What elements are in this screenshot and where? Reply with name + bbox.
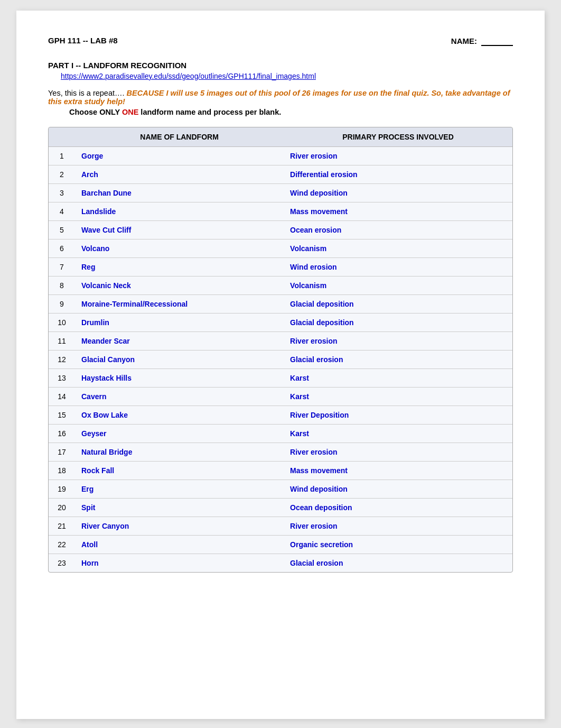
row-num: 4 xyxy=(49,202,75,221)
row-landform: Arch xyxy=(75,165,284,184)
row-num: 14 xyxy=(49,388,75,406)
row-landform: Rock Fall xyxy=(75,462,284,480)
choose-instruction: Choose ONLY ONE landform name and proces… xyxy=(48,108,513,116)
col-num-header xyxy=(49,127,75,147)
table-row: 19ErgWind deposition xyxy=(49,480,512,499)
row-process: Karst xyxy=(284,388,512,406)
table-row: 12Glacial CanyonGlacial erosion xyxy=(49,351,512,369)
row-landform: Wave Cut Cliff xyxy=(75,221,284,239)
row-num: 6 xyxy=(49,239,75,258)
row-num: 17 xyxy=(49,443,75,462)
row-landform: Natural Bridge xyxy=(75,443,284,462)
row-process: Wind erosion xyxy=(284,258,512,277)
row-process: River erosion xyxy=(284,147,512,165)
table-row: 18Rock FallMass movement xyxy=(49,462,512,480)
row-landform: Atoll xyxy=(75,536,284,554)
table-row: 23HornGlacial erosion xyxy=(49,554,512,573)
table-row: 8Volcanic NeckVolcanism xyxy=(49,277,512,295)
row-num: 3 xyxy=(49,184,75,202)
row-num: 1 xyxy=(49,147,75,165)
row-process: Wind deposition xyxy=(284,184,512,202)
name-field-label: NAME: xyxy=(451,36,513,46)
row-process: Ocean erosion xyxy=(284,221,512,239)
name-line xyxy=(481,36,513,46)
row-landform: Ox Bow Lake xyxy=(75,406,284,425)
page: GPH 111 -- LAB #8 NAME: PART I -- LANDFO… xyxy=(16,11,545,719)
row-landform: Volcanic Neck xyxy=(75,277,284,295)
table-row: 20SpitOcean deposition xyxy=(49,499,512,517)
choose-one: ONE xyxy=(122,108,138,116)
row-process: Karst xyxy=(284,369,512,388)
row-process: Wind deposition xyxy=(284,480,512,499)
table-row: 10DrumlinGlacial deposition xyxy=(49,314,512,332)
row-landform: Reg xyxy=(75,258,284,277)
row-num: 18 xyxy=(49,462,75,480)
table-row: 13Haystack HillsKarst xyxy=(49,369,512,388)
row-num: 19 xyxy=(49,480,75,499)
table-row: 3Barchan DuneWind deposition xyxy=(49,184,512,202)
row-process: Volcanism xyxy=(284,239,512,258)
row-landform: Volcano xyxy=(75,239,284,258)
row-num: 20 xyxy=(49,499,75,517)
row-landform: Gorge xyxy=(75,147,284,165)
row-process: River erosion xyxy=(284,443,512,462)
table-row: 17Natural BridgeRiver erosion xyxy=(49,443,512,462)
row-process: Differential erosion xyxy=(284,165,512,184)
choose-before: Choose ONLY xyxy=(69,108,122,116)
row-landform: Drumlin xyxy=(75,314,284,332)
table-row: 9Moraine-Terminal/RecessionalGlacial dep… xyxy=(49,295,512,314)
row-num: 21 xyxy=(49,517,75,536)
table-header-row: NAME OF LANDFORM PRIMARY PROCESS INVOLVE… xyxy=(49,127,512,147)
part-title: PART I -- LANDFORM RECOGNITION xyxy=(48,61,513,70)
row-process: Glacial deposition xyxy=(284,314,512,332)
row-num: 13 xyxy=(49,369,75,388)
row-landform: Cavern xyxy=(75,388,284,406)
table-row: 21River CanyonRiver erosion xyxy=(49,517,512,536)
row-landform: Landslide xyxy=(75,202,284,221)
row-process: River erosion xyxy=(284,517,512,536)
row-landform: Horn xyxy=(75,554,284,573)
row-num: 10 xyxy=(49,314,75,332)
row-num: 22 xyxy=(49,536,75,554)
table-body: 1GorgeRiver erosion2ArchDifferential ero… xyxy=(49,147,512,573)
row-process: Mass movement xyxy=(284,462,512,480)
repeat-intro: Yes, this is a repeat…. xyxy=(48,89,125,97)
row-num: 5 xyxy=(49,221,75,239)
row-process: Volcanism xyxy=(284,277,512,295)
row-process: River Deposition xyxy=(284,406,512,425)
row-process: Glacial erosion xyxy=(284,351,512,369)
row-landform: Erg xyxy=(75,480,284,499)
row-process: Glacial deposition xyxy=(284,295,512,314)
table-row: 6VolcanoVolcanism xyxy=(49,239,512,258)
table-row: 22AtollOrganic secretion xyxy=(49,536,512,554)
row-landform: River Canyon xyxy=(75,517,284,536)
row-landform: Glacial Canyon xyxy=(75,351,284,369)
landform-table-container: NAME OF LANDFORM PRIMARY PROCESS INVOLVE… xyxy=(48,127,513,573)
table-row: 2ArchDifferential erosion xyxy=(49,165,512,184)
row-process: Organic secretion xyxy=(284,536,512,554)
row-num: 9 xyxy=(49,295,75,314)
lab-title: GPH 111 -- LAB #8 xyxy=(48,36,118,45)
header-row: GPH 111 -- LAB #8 NAME: xyxy=(48,36,513,46)
table-row: 5Wave Cut CliffOcean erosion xyxy=(49,221,512,239)
table-row: 14CavernKarst xyxy=(49,388,512,406)
row-landform: Moraine-Terminal/Recessional xyxy=(75,295,284,314)
table-row: 16GeyserKarst xyxy=(49,425,512,443)
row-num: 7 xyxy=(49,258,75,277)
row-landform: Meander Scar xyxy=(75,332,284,351)
row-num: 23 xyxy=(49,554,75,573)
row-num: 11 xyxy=(49,332,75,351)
row-landform: Geyser xyxy=(75,425,284,443)
landform-table: NAME OF LANDFORM PRIMARY PROCESS INVOLVE… xyxy=(49,127,512,572)
col-landform-header: NAME OF LANDFORM xyxy=(75,127,284,147)
row-process: Glacial erosion xyxy=(284,554,512,573)
row-num: 16 xyxy=(49,425,75,443)
row-landform: Spit xyxy=(75,499,284,517)
table-row: 1GorgeRiver erosion xyxy=(49,147,512,165)
row-process: River erosion xyxy=(284,332,512,351)
row-process: Mass movement xyxy=(284,202,512,221)
part-link[interactable]: https://www2.paradisevalley.edu/ssd/geog… xyxy=(48,72,513,80)
repeat-notice: Yes, this is a repeat…. BECAUSE I will u… xyxy=(48,89,513,106)
choose-after: landform name and process per blank. xyxy=(138,108,281,116)
table-row: 15Ox Bow LakeRiver Deposition xyxy=(49,406,512,425)
